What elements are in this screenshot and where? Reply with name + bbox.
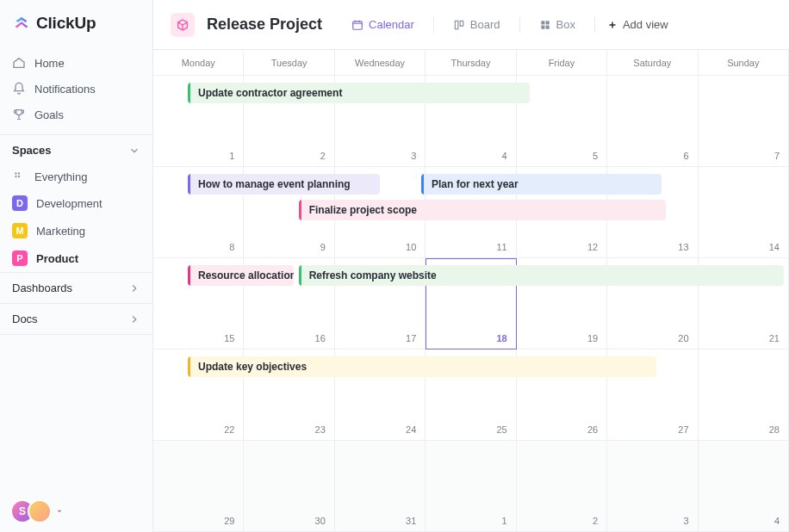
space-label: Marketing [36, 225, 85, 238]
spaces-header[interactable]: Spaces [0, 134, 152, 164]
date-number: 4 [774, 516, 780, 526]
calendar-cell[interactable]: 5 [517, 76, 607, 167]
calendar-cell[interactable]: 7 [699, 76, 789, 167]
space-item[interactable]: PProduct [0, 244, 152, 272]
nav-goals[interactable]: Goals [0, 102, 152, 127]
calendar-event[interactable]: Resource allocation [188, 265, 294, 286]
tab-box[interactable]: Box [532, 14, 582, 35]
avatar-row[interactable]: S [0, 491, 152, 532]
tab-label: Box [556, 18, 575, 31]
date-number: 28 [769, 424, 780, 435]
box-view-icon [539, 19, 551, 31]
event-label: Resource allocation [198, 269, 294, 281]
tab-calendar[interactable]: Calendar [345, 14, 421, 35]
calendar-cell[interactable]: 29 [153, 441, 244, 532]
date-number: 27 [678, 424, 688, 435]
topbar: Release Project Calendar Board Box Add v… [153, 0, 789, 50]
svg-rect-9 [541, 25, 544, 28]
svg-point-3 [18, 176, 20, 177]
date-number: 5 [593, 151, 598, 161]
event-color-bar [188, 265, 190, 286]
chevron-right-icon [128, 282, 140, 294]
event-color-bar [299, 200, 301, 220]
main: Release Project Calendar Board Box Add v… [153, 0, 789, 532]
calendar-event[interactable]: Finalize project scope [299, 200, 666, 220]
sidebar: ClickUp Home Notifications Goals Spaces [0, 0, 153, 532]
date-number: 2 [320, 151, 326, 161]
calendar-event[interactable]: How to manage event planning [188, 174, 380, 195]
date-number: 21 [769, 333, 780, 343]
date-number: 14 [769, 242, 780, 252]
spaces-list: DDevelopmentMMarketingPProduct [0, 189, 152, 272]
project-icon [171, 13, 195, 37]
calendar-cell[interactable]: 30 [244, 441, 334, 532]
calendar-event[interactable]: Update key objectives [188, 356, 656, 377]
space-everything[interactable]: Everything [0, 164, 152, 189]
avatar [28, 499, 52, 523]
nav-notifications[interactable]: Notifications [0, 76, 152, 102]
date-number: 1 [502, 516, 507, 526]
plus-icon [607, 20, 618, 30]
calendar-cell[interactable]: 1 [426, 441, 516, 532]
space-label: Development [36, 197, 103, 210]
calendar-cell[interactable]: 28 [699, 350, 789, 441]
date-number: 10 [406, 242, 416, 252]
space-label: Product [36, 252, 78, 265]
trophy-icon [12, 108, 26, 121]
calendar-cell[interactable]: 3 [607, 441, 698, 532]
avatar-stack: S [10, 499, 52, 523]
date-number: 19 [587, 333, 598, 343]
event-label: Finalize project scope [309, 204, 417, 216]
date-number: 3 [411, 151, 416, 161]
date-number: 17 [406, 333, 416, 343]
date-number: 25 [496, 424, 506, 435]
board-icon [453, 19, 465, 31]
brand[interactable]: ClickUp [0, 0, 152, 48]
calendar-event[interactable]: Update contractor agreement [188, 83, 530, 103]
calendar-cell[interactable]: 2 [517, 441, 607, 532]
tab-board[interactable]: Board [446, 14, 507, 35]
calendar-cell[interactable]: 14 [699, 167, 789, 258]
calendar-event[interactable]: Plan for next year [421, 174, 662, 195]
sidebar-docs[interactable]: Docs [0, 303, 152, 335]
day-header: Thursday [426, 50, 516, 76]
divider [433, 17, 434, 33]
chevron-down-icon [55, 507, 64, 516]
space-item[interactable]: MMarketing [0, 217, 152, 244]
date-number: 8 [229, 242, 234, 252]
date-number: 12 [587, 242, 598, 252]
add-view-button[interactable]: Add view [607, 18, 668, 31]
calendar-cell[interactable]: 4 [699, 441, 789, 532]
box-icon [176, 18, 189, 32]
calendar-event[interactable]: Refresh company website [299, 265, 784, 286]
date-number: 9 [320, 242, 326, 252]
sidebar-dashboards[interactable]: Dashboards [0, 272, 152, 303]
event-label: How to manage event planning [198, 178, 351, 190]
event-color-bar [421, 174, 424, 195]
date-number: 13 [678, 242, 688, 252]
divider [594, 17, 595, 33]
chevron-right-icon [128, 313, 140, 325]
tab-label: Board [470, 18, 500, 31]
date-number: 29 [224, 516, 234, 526]
divider [519, 17, 520, 33]
chevron-down-icon [128, 145, 140, 157]
calendar-cell[interactable]: 6 [607, 76, 698, 167]
svg-rect-8 [545, 21, 549, 24]
nav-home[interactable]: Home [0, 50, 152, 76]
day-header: Friday [517, 50, 607, 76]
date-number: 30 [315, 516, 326, 526]
date-number: 3 [683, 516, 688, 526]
date-number: 24 [406, 424, 416, 435]
nav-primary: Home Notifications Goals [0, 48, 152, 129]
nav-label: Home [34, 57, 65, 70]
day-header: Wednesday [335, 50, 426, 76]
calendar-grid: MondayTuesdayWednesdayThursdayFridaySatu… [153, 50, 789, 532]
clickup-logo-icon [12, 14, 31, 33]
date-number: 23 [315, 424, 326, 435]
space-item[interactable]: DDevelopment [0, 189, 152, 217]
calendar-cell[interactable]: 31 [335, 441, 426, 532]
date-number: 16 [315, 333, 326, 343]
event-label: Update contractor agreement [198, 87, 342, 99]
date-number: 22 [224, 424, 234, 435]
